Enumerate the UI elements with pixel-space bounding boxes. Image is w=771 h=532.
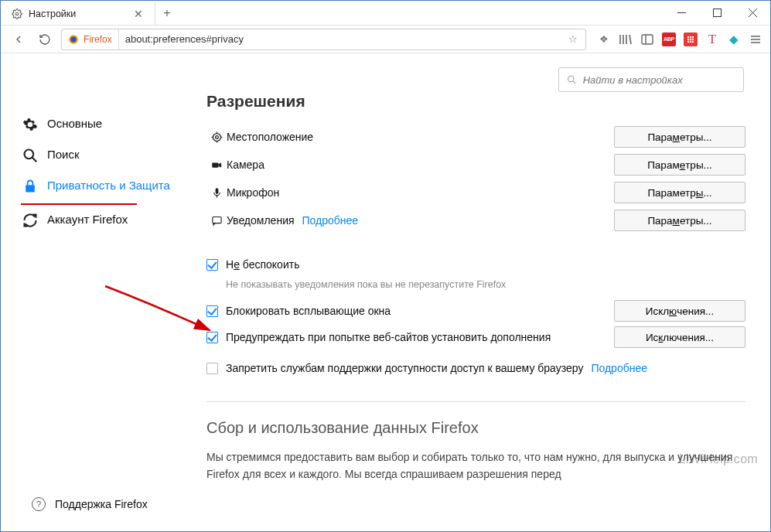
sidebar-item-general[interactable]: Основные [19,109,174,140]
svg-line-18 [32,158,37,162]
help-icon: ? [32,497,46,511]
check-row-addons: Предупреждать при попытке веб-сайтов уст… [206,324,745,350]
perm-settings-button[interactable]: Параметры... [614,126,745,148]
sidebar-label: Поиск [47,148,80,162]
svg-rect-1 [713,9,721,17]
checkbox-a11y[interactable] [206,363,218,374]
search-box[interactable] [558,67,744,92]
learn-more-link[interactable]: Подробнее [302,214,359,227]
svg-point-8 [692,36,694,37]
maximize-button[interactable] [699,1,735,25]
perm-label: Микрофон [227,186,279,199]
close-window-button[interactable] [735,1,770,25]
sidebar-toggle-icon[interactable] [640,32,654,46]
tab-title: Настройки [29,9,127,19]
perm-row-microphone: Микрофон Параметры... [206,179,745,206]
microphone-icon [206,187,227,199]
perm-row-location: Местоположение Параметры... [206,123,745,151]
search-input[interactable] [583,74,735,86]
perm-label: Местоположение [227,131,313,143]
location-icon [206,131,227,143]
sidebar-item-privacy[interactable]: Приватность и Защита [19,171,174,202]
extension-red-icon[interactable] [684,32,698,46]
svg-point-13 [690,40,691,42]
perm-settings-button[interactable]: Параметры... [614,154,745,176]
browser-tab[interactable]: Настройки ✕ [1,1,155,25]
sidebar-item-search[interactable]: Поиск [19,140,174,171]
svg-point-6 [687,36,689,37]
identity-label: Firefox [84,34,112,45]
navbar: Firefox about:preferences#privacy ☆ ❖ AB… [1,26,770,53]
reload-button[interactable] [35,29,55,49]
svg-rect-19 [26,185,35,192]
abp-icon[interactable]: ABP [662,32,676,46]
watermark: LiWiHelp.com [679,452,758,466]
checkbox-dnd[interactable] [206,259,218,271]
sidebar-item-account[interactable]: Аккаунт Firefox [19,205,174,236]
check-row-popup: Блокировать всплывающие окна Исключения.… [206,298,745,324]
new-tab-button[interactable]: + [155,1,179,25]
svg-rect-29 [212,217,220,223]
svg-point-15 [568,76,574,81]
check-label: Предупреждать при попытке веб-сайтов уст… [226,331,551,343]
url-text: about:preferences#privacy [119,33,561,45]
settings-search [558,67,744,92]
gear-icon [12,9,22,19]
sidebar-label: Основные [47,117,102,131]
menu-button[interactable] [749,32,762,46]
search-icon [22,148,38,163]
svg-point-17 [25,150,34,159]
gear-icon [22,117,38,132]
firefox-icon [68,34,79,45]
pocket-icon[interactable]: ❖ [597,32,611,46]
extension-shield-icon[interactable]: ◆ [727,32,741,46]
svg-point-14 [692,40,694,42]
svg-point-10 [690,38,691,39]
perm-label: Уведомления [227,214,295,227]
perm-settings-button[interactable]: Параметры... [614,210,745,231]
svg-point-0 [15,12,19,15]
checkbox-popup[interactable] [206,305,218,317]
main-panel: Разрешения Местоположение Параметры... К… [206,92,745,531]
settings-sidebar: Основные Поиск Приватность и Защита Акка… [19,109,174,236]
minimize-button[interactable] [664,1,699,25]
extension-t-icon[interactable]: T [705,32,719,46]
window-controls [664,1,770,25]
library-icon[interactable] [619,32,633,46]
titlebar: Настройки ✕ + [1,1,770,26]
search-icon [567,74,577,85]
checkbox-addons[interactable] [206,332,218,343]
svg-point-3 [71,36,77,42]
svg-point-7 [690,36,691,37]
learn-more-link[interactable]: Подробнее [591,362,647,374]
back-button[interactable] [9,29,29,49]
svg-point-11 [692,38,694,39]
permissions-title: Разрешения [206,92,745,111]
check-label: Запретить службам поддержки доступности … [226,362,583,374]
perm-label: Камера [227,159,264,171]
bookmark-star-icon[interactable]: ☆ [561,33,585,45]
check-label: Блокировать всплывающие окна [226,305,391,317]
perm-settings-button[interactable]: Параметры... [614,182,745,203]
svg-point-9 [687,38,689,39]
svg-point-20 [215,135,218,138]
exceptions-button[interactable]: Исключения... [614,326,745,348]
data-collection-title: Сбор и использование данных Firefox [206,419,745,437]
dnd-description: Не показывать уведомления пока вы не пер… [226,279,745,290]
check-label: Не беспокоить [226,258,299,271]
svg-rect-26 [212,162,218,167]
camera-icon [206,159,227,171]
perm-row-camera: Камера Параметры... [206,151,745,179]
support-link[interactable]: ? Поддержка Firefox [32,497,148,511]
check-row-a11y: Запретить службам поддержки доступности … [206,355,745,381]
close-tab-icon[interactable]: ✕ [133,9,144,19]
site-identity[interactable]: Firefox [62,29,119,49]
support-label: Поддержка Firefox [55,497,148,511]
content-area: Основные Поиск Приватность и Защита Акка… [1,53,770,531]
svg-point-21 [213,133,220,141]
data-collection-body: Мы стремимся предоставить вам выбор и со… [206,449,745,483]
url-bar[interactable]: Firefox about:preferences#privacy ☆ [61,29,586,50]
exceptions-button[interactable]: Исключения... [614,300,745,322]
toolbar-icons: ❖ ABP T ◆ [592,32,762,46]
divider [206,401,745,402]
